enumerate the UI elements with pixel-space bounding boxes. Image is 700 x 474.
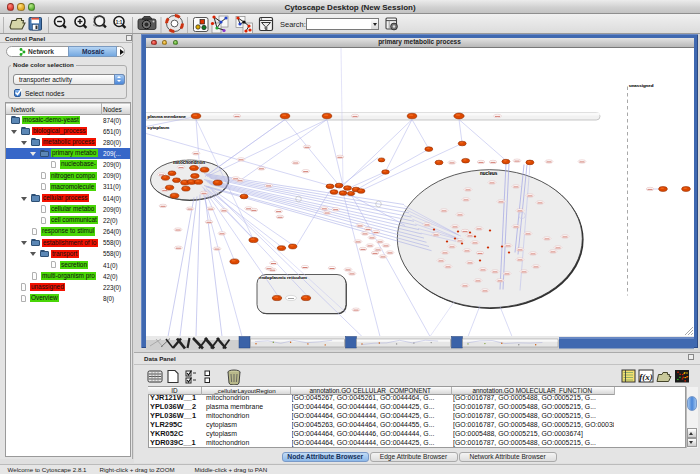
svg-text:plasma membrane: plasma membrane: [148, 114, 187, 119]
svg-text:endoplasmic reticulum: endoplasmic reticulum: [259, 275, 307, 280]
svg-text:1:1: 1:1: [116, 20, 123, 25]
svg-text:f(x): f(x): [639, 372, 653, 382]
svg-text:unassigned: unassigned: [629, 82, 654, 87]
svg-text:mitochondrion: mitochondrion: [173, 160, 205, 165]
svg-text:cytoplasm: cytoplasm: [148, 125, 170, 130]
svg-text:nucleus: nucleus: [480, 171, 498, 176]
